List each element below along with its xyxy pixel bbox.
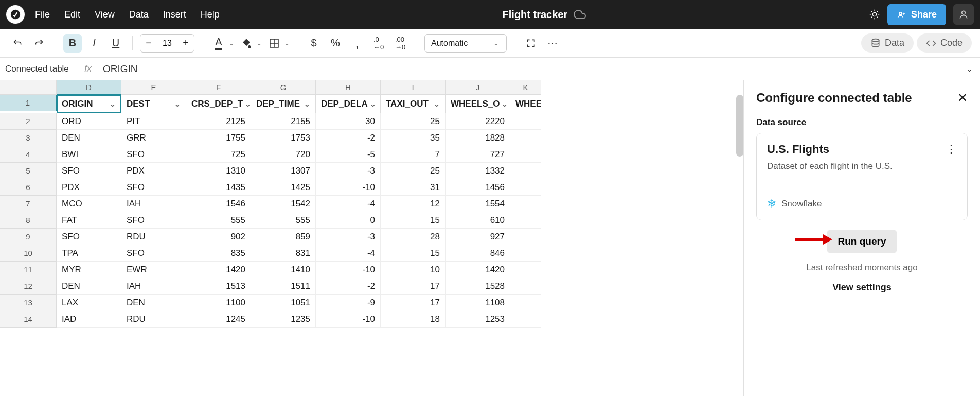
menu-insert[interactable]: Insert [163, 9, 186, 20]
cell[interactable]: -10 [316, 311, 381, 328]
cell[interactable]: 15 [381, 245, 446, 262]
cell[interactable]: 7 [381, 146, 446, 163]
italic-button[interactable]: I [85, 34, 103, 53]
cell[interactable]: -2 [316, 278, 381, 295]
fill-color-button[interactable] [237, 34, 256, 53]
cell[interactable]: BWI [57, 146, 121, 163]
cell[interactable]: 902 [186, 229, 251, 245]
cell[interactable]: -4 [316, 196, 381, 212]
text-color-button[interactable]: A [209, 34, 228, 53]
table-column-header[interactable]: DEST⌄ [121, 95, 186, 113]
menu-edit[interactable]: Edit [64, 9, 80, 20]
cell[interactable]: 846 [446, 245, 510, 262]
cell[interactable]: RDU [121, 229, 186, 245]
cell[interactable]: 727 [446, 146, 510, 163]
row-header[interactable]: 12 [0, 278, 57, 295]
cell[interactable]: IAH [121, 278, 186, 295]
cell[interactable]: FAT [57, 212, 121, 229]
column-header[interactable]: F [186, 80, 251, 95]
close-icon[interactable]: ✕ [957, 91, 968, 105]
cell[interactable]: 15 [381, 212, 446, 229]
number-format-select[interactable]: Automatic ⌄ [424, 34, 507, 53]
spreadsheet[interactable]: DEFGHIJK1ORIGIN⌄DEST⌄CRS_DEP_T⌄DEP_TIME⌄… [0, 80, 743, 396]
cell[interactable]: 859 [251, 229, 316, 245]
cell[interactable]: -10 [316, 262, 381, 278]
menu-help[interactable]: Help [201, 9, 220, 20]
cell[interactable] [510, 163, 541, 179]
cell[interactable] [510, 130, 541, 146]
borders-button[interactable] [265, 34, 283, 53]
cell[interactable]: SFO [121, 212, 186, 229]
cell[interactable]: 35 [381, 130, 446, 146]
row-header[interactable]: 14 [0, 311, 57, 328]
column-header[interactable]: H [316, 80, 381, 95]
cell[interactable] [510, 262, 541, 278]
cell[interactable] [510, 113, 541, 130]
cell[interactable]: 1100 [186, 295, 251, 311]
cell[interactable]: 12 [381, 196, 446, 212]
redo-button[interactable] [30, 34, 48, 53]
cell[interactable]: DEN [57, 130, 121, 146]
column-header[interactable]: I [381, 80, 446, 95]
lightbulb-icon[interactable] [869, 9, 880, 20]
filter-chevron-icon[interactable]: ⌄ [370, 100, 376, 108]
cell[interactable]: -5 [316, 146, 381, 163]
formula-bar-expand[interactable]: ⌄ [959, 65, 980, 73]
column-header[interactable]: J [446, 80, 510, 95]
menu-data[interactable]: Data [129, 9, 149, 20]
cell[interactable]: DEN [57, 278, 121, 295]
cell[interactable]: 1108 [446, 295, 510, 311]
table-column-header[interactable]: WHEELS_O⌄ [446, 95, 510, 113]
cell[interactable] [510, 196, 541, 212]
cell[interactable] [510, 212, 541, 229]
code-pill-button[interactable]: Code [917, 33, 972, 53]
cell[interactable]: PDX [57, 179, 121, 196]
font-size-input[interactable] [157, 39, 177, 48]
cell[interactable]: 2155 [251, 113, 316, 130]
expand-button[interactable] [522, 34, 540, 53]
cell[interactable]: 927 [446, 229, 510, 245]
cell[interactable]: PDX [121, 163, 186, 179]
cell[interactable]: 1755 [186, 130, 251, 146]
cell[interactable]: 1332 [446, 163, 510, 179]
filter-chevron-icon[interactable]: ⌄ [502, 100, 508, 108]
cell[interactable]: RDU [121, 311, 186, 328]
filter-chevron-icon[interactable]: ⌄ [174, 100, 181, 108]
font-size-decrease[interactable]: − [140, 37, 157, 49]
column-header[interactable]: G [251, 80, 316, 95]
cell[interactable]: MYR [57, 262, 121, 278]
currency-button[interactable]: $ [305, 34, 323, 53]
filter-chevron-icon[interactable]: ⌄ [304, 100, 310, 108]
cell[interactable]: ORD [57, 113, 121, 130]
undo-button[interactable] [8, 34, 27, 53]
cell[interactable]: 1051 [251, 295, 316, 311]
cell[interactable]: -4 [316, 245, 381, 262]
cell[interactable]: -9 [316, 295, 381, 311]
column-header[interactable]: D [57, 80, 121, 95]
cell[interactable]: GRR [121, 130, 186, 146]
cell[interactable]: -3 [316, 163, 381, 179]
row-header[interactable]: 9 [0, 229, 57, 245]
cell[interactable]: 1528 [446, 278, 510, 295]
table-column-header[interactable]: CRS_DEP_T⌄ [186, 95, 251, 113]
cell[interactable]: 17 [381, 278, 446, 295]
filter-chevron-icon[interactable]: ⌄ [434, 100, 440, 108]
cell[interactable]: SFO [57, 163, 121, 179]
cell[interactable]: TPA [57, 245, 121, 262]
table-column-header[interactable]: DEP_TIME⌄ [251, 95, 316, 113]
cell[interactable] [510, 295, 541, 311]
cell[interactable]: 555 [251, 212, 316, 229]
row-header[interactable]: 10 [0, 245, 57, 262]
run-query-button[interactable]: Run query [827, 230, 898, 253]
menu-view[interactable]: View [95, 9, 115, 20]
fill-color-chevron-icon[interactable]: ⌄ [257, 40, 262, 47]
cell[interactable]: 25 [381, 113, 446, 130]
cell[interactable]: -2 [316, 130, 381, 146]
cell[interactable] [510, 245, 541, 262]
cell[interactable]: 1245 [186, 311, 251, 328]
row-header[interactable]: 8 [0, 212, 57, 229]
cell[interactable]: 555 [186, 212, 251, 229]
column-header[interactable]: E [121, 80, 186, 95]
cell[interactable]: DEN [121, 295, 186, 311]
column-header[interactable]: K [510, 80, 541, 95]
